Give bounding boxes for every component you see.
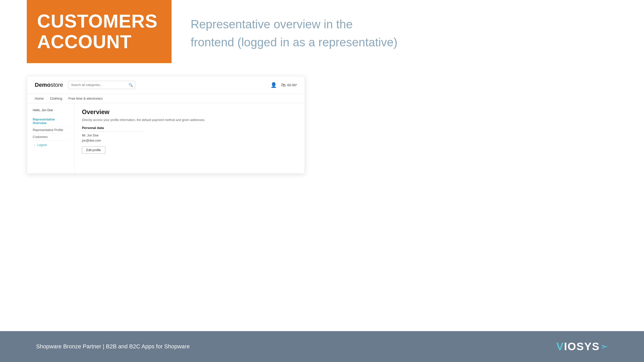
store-logo: Demostore [35, 82, 63, 88]
browser-mockup: Demostore 🔍 👤 🛍 €0.00* Home Clothing Fre… [27, 76, 305, 174]
subtitle-text: Representative overview in the frontend … [191, 14, 618, 50]
nav-item-clothing[interactable]: Clothing [50, 97, 62, 100]
search-button[interactable]: 🔍 [126, 83, 135, 87]
hero-title: CUSTOMERS ACCOUNT [37, 11, 158, 52]
sidebar-greeting: Hello, Jon Doe [33, 108, 69, 112]
store-sidebar: Hello, Jon Doe Representative Overview R… [27, 103, 75, 174]
person-name: Mr. Jon Doe [82, 134, 298, 137]
sidebar-item-representative-overview[interactable]: Representative Overview [33, 116, 69, 127]
footer-logo: VIOSYS ➣ [556, 340, 608, 353]
header-icons: 👤 🛍 €0.00* [270, 82, 297, 88]
person-email: jon@doe.com [82, 139, 298, 142]
overview-desc: Directly access your profile information… [82, 118, 298, 122]
store-body: Hello, Jon Doe Representative Overview R… [27, 103, 305, 174]
viosys-logo-text: VIOSYS [556, 340, 600, 353]
sidebar-logout[interactable]: → Logout [33, 142, 69, 148]
overview-title: Overview [82, 108, 298, 116]
cart-area[interactable]: 🛍 €0.00* [281, 82, 297, 88]
nav-item-electronics[interactable]: Free time & electronics [68, 97, 103, 100]
cart-icon: 🛍 [281, 82, 286, 88]
user-icon[interactable]: 👤 [270, 82, 277, 88]
cart-price: €0.00* [287, 83, 297, 87]
hero-orange-block: CUSTOMERS ACCOUNT [27, 0, 172, 63]
personal-data-title: Personal data [82, 126, 144, 132]
footer: Shopware Bronze Partner | B2B and B2C Ap… [0, 331, 644, 362]
sidebar-item-customers[interactable]: Customers [33, 134, 69, 141]
logout-icon: → [33, 143, 36, 147]
footer-tagline: Shopware Bronze Partner | B2B and B2C Ap… [36, 343, 190, 350]
nav-item-home[interactable]: Home [35, 97, 44, 100]
store-header: Demostore 🔍 👤 🛍 €0.00* [27, 76, 305, 94]
edit-profile-button[interactable]: Edit profile [82, 146, 105, 154]
sidebar-item-representative-profile[interactable]: Representative Profile [33, 127, 69, 134]
store-nav: Home Clothing Free time & electronics [27, 94, 305, 103]
search-bar[interactable]: 🔍 [68, 81, 135, 89]
store-main: Overview Directly access your profile in… [75, 103, 305, 174]
subtitle-area: Representative overview in the frontend … [191, 14, 618, 50]
viosys-swoosh-icon: ➣ [600, 341, 608, 352]
logout-label: Logout [37, 143, 47, 147]
search-input[interactable] [69, 83, 126, 87]
